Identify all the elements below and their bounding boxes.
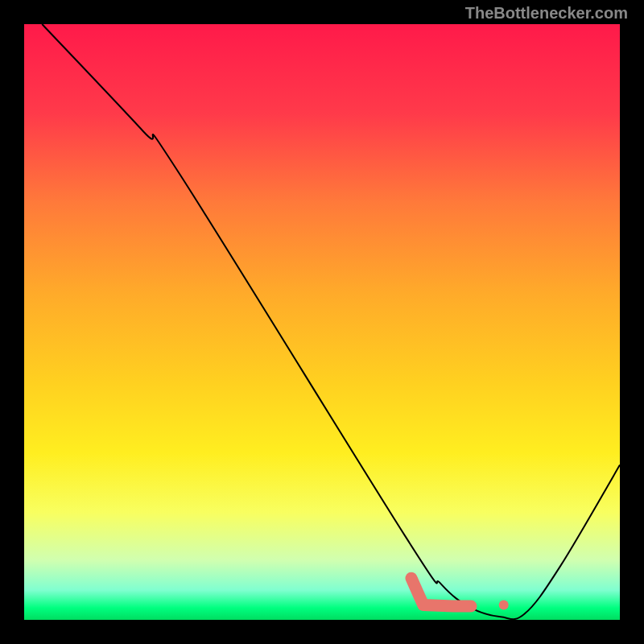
frame-left xyxy=(0,0,24,644)
marker-dot-shape xyxy=(499,601,509,610)
watermark-text: TheBottlenecker.com xyxy=(465,4,628,23)
frame-bottom xyxy=(0,620,644,644)
frame-right xyxy=(620,0,644,644)
bottleneck-chart: TheBottlenecker.com xyxy=(0,0,644,644)
chart-svg xyxy=(0,0,644,644)
chart-plot-bg xyxy=(24,24,620,620)
